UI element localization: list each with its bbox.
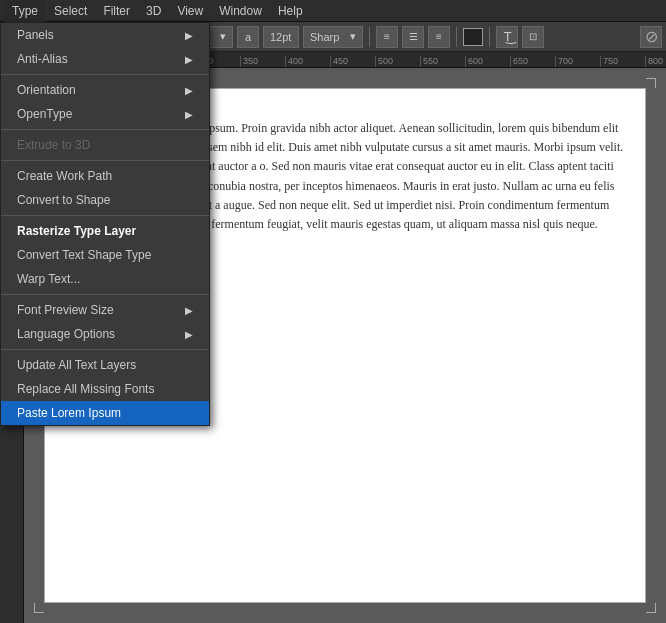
ruler-mark: 450 — [330, 56, 375, 67]
menu-item-paste-lorem-ipsum[interactable]: Paste Lorem Ipsum — [1, 401, 209, 425]
warp-text-icon[interactable]: T͜ — [496, 26, 518, 48]
ruler-mark: 400 — [285, 56, 330, 67]
menu-item-replace-missing-fonts[interactable]: Replace All Missing Fonts — [1, 377, 209, 401]
separator — [1, 294, 209, 295]
aa-sharp-dropdown[interactable]: Sharp▾ — [303, 26, 363, 48]
menu-item-language-options[interactable]: Language Options ▶ — [1, 322, 209, 346]
submenu-arrow: ▶ — [185, 305, 193, 316]
menu-item-opentype[interactable]: OpenType ▶ — [1, 102, 209, 126]
menubar-item-select[interactable]: Select — [46, 0, 95, 22]
submenu-arrow: ▶ — [185, 85, 193, 96]
ruler-mark: 800 — [645, 56, 666, 67]
separator — [1, 349, 209, 350]
menu-item-orientation[interactable]: Orientation ▶ — [1, 78, 209, 102]
ruler-mark: 500 — [375, 56, 420, 67]
menu-item-rasterize[interactable]: Rasterize Type Layer — [1, 219, 209, 243]
separator — [1, 129, 209, 130]
menubar-item-view[interactable]: View — [169, 0, 211, 22]
separator — [1, 215, 209, 216]
cancel-edits-icon[interactable]: ⊘ — [640, 26, 662, 48]
font-size-input[interactable]: 12pt — [263, 26, 299, 48]
menu-item-warp-text[interactable]: Warp Text... — [1, 267, 209, 291]
align-center-icon[interactable]: ☰ — [402, 26, 424, 48]
menu-item-convert-text-shape[interactable]: Convert Text Shape Type — [1, 243, 209, 267]
menubar-item-window[interactable]: Window — [211, 0, 270, 22]
menubar-item-filter[interactable]: Filter — [95, 0, 138, 22]
submenu-arrow: ▶ — [185, 329, 193, 340]
menubar-item-3d[interactable]: 3D — [138, 0, 169, 22]
menu-item-panels[interactable]: Panels ▶ — [1, 23, 209, 47]
toolbar-divider — [456, 27, 457, 47]
separator — [1, 74, 209, 75]
align-left-icon[interactable]: ≡ — [376, 26, 398, 48]
menu-item-extrude-3d: Extrude to 3D — [1, 133, 209, 157]
menu-item-anti-alias[interactable]: Anti-Alias ▶ — [1, 47, 209, 71]
ruler-mark: 550 — [420, 56, 465, 67]
font-size-icon: a — [237, 26, 259, 48]
menubar: Type Select Filter 3D View Window Help P… — [0, 0, 666, 22]
separator — [1, 160, 209, 161]
canvas-corner-tr — [646, 78, 656, 88]
canvas-corner-br — [646, 603, 656, 613]
submenu-arrow: ▶ — [185, 30, 193, 41]
menu-item-font-preview-size[interactable]: Font Preview Size ▶ — [1, 298, 209, 322]
ruler-mark: 750 — [600, 56, 645, 67]
toolbar-divider — [489, 27, 490, 47]
menu-item-create-work-path[interactable]: Create Work Path — [1, 164, 209, 188]
submenu-arrow: ▶ — [185, 54, 193, 65]
ruler-mark: 700 — [555, 56, 600, 67]
align-right-icon[interactable]: ≡ — [428, 26, 450, 48]
ruler-mark: 350 — [240, 56, 285, 67]
ruler-mark: 600 — [465, 56, 510, 67]
type-dropdown-menu: Panels ▶ Anti-Alias ▶ Orientation ▶ Open… — [0, 22, 210, 426]
text-orientation-icon[interactable]: ⊡ — [522, 26, 544, 48]
toolbar-divider — [369, 27, 370, 47]
color-swatch[interactable] — [463, 28, 483, 46]
menu-item-update-all-text[interactable]: Update All Text Layers — [1, 353, 209, 377]
ruler-mark: 650 — [510, 56, 555, 67]
canvas-corner-bl — [34, 603, 44, 613]
menubar-item-help[interactable]: Help — [270, 0, 311, 22]
menu-item-convert-to-shape[interactable]: Convert to Shape — [1, 188, 209, 212]
menubar-item-type[interactable]: Type — [4, 0, 46, 22]
submenu-arrow: ▶ — [185, 109, 193, 120]
